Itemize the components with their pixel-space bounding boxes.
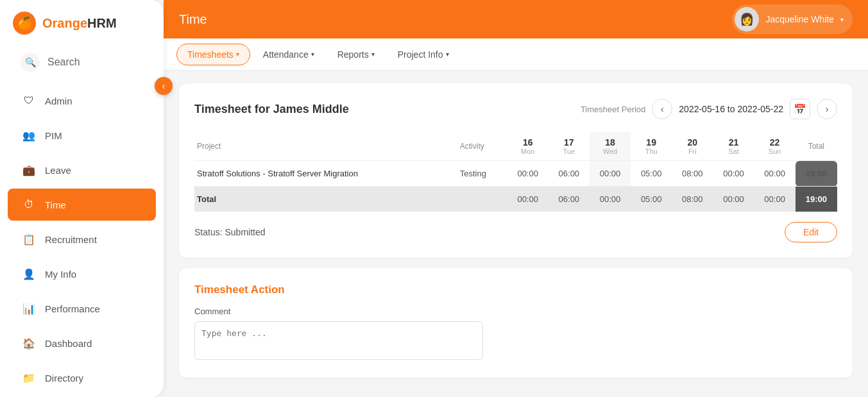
row-val-mon: 00:00 xyxy=(507,161,549,187)
search-icon: 🔍 xyxy=(21,53,40,72)
sidebar-item-performance-label: Performance xyxy=(45,303,100,314)
timesheet-card: Timesheet for James Middle Timesheet Per… xyxy=(179,83,853,258)
total-activity-empty xyxy=(457,187,507,212)
row-val-thu: 05:00 xyxy=(631,161,672,187)
logo-icon: 🍊 xyxy=(13,12,36,35)
topbar: Time 👩 Jacqueline White ▾ xyxy=(164,0,868,38)
performance-icon: 📊 xyxy=(21,300,37,317)
sidebar-item-time-label: Time xyxy=(45,199,66,210)
content-area: Timesheet for James Middle Timesheet Per… xyxy=(164,71,868,397)
sidebar-item-dashboard-label: Dashboard xyxy=(45,338,92,349)
col-header-activity: Activity xyxy=(457,132,507,161)
timesheet-title: Timesheet for James Middle xyxy=(194,103,349,116)
period-prev-button[interactable]: ‹ xyxy=(652,99,672,119)
status-bar: Status: Submitted Edit xyxy=(194,222,837,242)
sidebar-logo: 🍊 OrangeHRM xyxy=(0,0,164,41)
row-val-sat: 00:00 xyxy=(713,161,754,187)
tab-projectinfo-label: Project Info xyxy=(398,49,443,60)
total-val-fri: 08:00 xyxy=(672,187,713,212)
logo-text: OrangeHRM xyxy=(42,16,117,31)
row-activity: Testing xyxy=(457,161,507,187)
total-val-sat: 00:00 xyxy=(713,187,754,212)
sidebar-item-directory[interactable]: 📁 Directory xyxy=(8,362,156,394)
sidebar-item-leave[interactable]: 💼 Leave xyxy=(8,154,156,186)
tab-timesheets[interactable]: Timesheets ▾ xyxy=(176,44,250,65)
comment-input[interactable] xyxy=(194,321,483,360)
directory-icon: 📁 xyxy=(21,369,37,386)
col-header-18: 18 Wed xyxy=(590,132,631,161)
sidebar-item-admin-label: Admin xyxy=(45,96,72,106)
tab-timesheets-label: Timesheets xyxy=(187,49,234,60)
period-next-button[interactable]: › xyxy=(817,99,837,119)
user-name: Jacqueline White xyxy=(765,14,834,24)
leave-icon: 💼 xyxy=(21,162,37,178)
edit-button[interactable]: Edit xyxy=(785,222,837,242)
period-value: 2022-05-16 to 2022-05-22 xyxy=(679,104,783,114)
col-header-project: Project xyxy=(194,132,457,161)
sidebar-item-search[interactable]: 🔍 Search xyxy=(8,44,156,81)
sidebar: 🍊 OrangeHRM ‹ 🔍 Search 🛡 Admin 👥 PIM 💼 L… xyxy=(0,0,164,397)
myinfo-icon: 👤 xyxy=(21,266,37,282)
sidebar-item-admin[interactable]: 🛡 Admin xyxy=(8,85,156,117)
sidebar-collapse-button[interactable]: ‹ xyxy=(155,77,173,95)
tab-attendance-chevron-icon: ▾ xyxy=(311,51,314,58)
tab-reports-chevron-icon: ▾ xyxy=(371,51,375,58)
action-title: Timesheet Action xyxy=(194,283,837,296)
total-val-wed: 00:00 xyxy=(590,187,631,212)
avatar: 👩 xyxy=(735,7,759,31)
total-val-sun: 00:00 xyxy=(754,187,796,212)
admin-icon: 🛡 xyxy=(21,92,37,109)
col-header-17: 17 Tue xyxy=(549,132,590,161)
tab-attendance-label: Attendance xyxy=(263,49,309,60)
sidebar-item-time[interactable]: ⏱ Time xyxy=(8,189,156,221)
tab-reports-label: Reports xyxy=(337,49,369,60)
sidebar-item-directory-label: Directory xyxy=(45,373,83,384)
timesheet-table: Project Activity 16 Mon 17 Tue xyxy=(194,132,837,212)
row-val-sun: 00:00 xyxy=(754,161,796,187)
nav-tabs: Timesheets ▾ Attendance ▾ Reports ▾ Proj… xyxy=(164,38,868,71)
recruitment-icon: 📋 xyxy=(21,231,37,248)
sidebar-item-leave-label: Leave xyxy=(45,165,71,176)
user-menu-chevron-icon: ▾ xyxy=(840,16,844,23)
main-content: Time 👩 Jacqueline White ▾ Timesheets ▾ A… xyxy=(164,0,868,397)
sidebar-item-performance[interactable]: 📊 Performance xyxy=(8,292,156,325)
tab-timesheets-chevron-icon: ▾ xyxy=(236,51,239,58)
sidebar-item-recruitment[interactable]: 📋 Recruitment xyxy=(8,223,156,255)
col-header-total: Total xyxy=(796,132,837,161)
tab-projectinfo-chevron-icon: ▾ xyxy=(446,51,449,58)
sidebar-item-myinfo-label: My Info xyxy=(45,269,76,280)
col-header-20: 20 Fri xyxy=(672,132,713,161)
col-header-22: 22 Sun xyxy=(754,132,796,161)
sidebar-item-recruitment-label: Recruitment xyxy=(45,234,97,245)
pim-icon: 👥 xyxy=(21,127,37,144)
calendar-icon[interactable]: 📅 xyxy=(790,99,810,119)
total-val-thu: 05:00 xyxy=(631,187,672,212)
total-grand: 19:00 xyxy=(796,187,837,212)
row-val-tue: 06:00 xyxy=(549,161,590,187)
sidebar-item-dashboard[interactable]: 🏠 Dashboard xyxy=(8,327,156,359)
col-header-21: 21 Sat xyxy=(713,132,754,161)
row-val-fri: 08:00 xyxy=(672,161,713,187)
tab-projectinfo[interactable]: Project Info ▾ xyxy=(387,44,459,65)
dashboard-icon: 🏠 xyxy=(21,335,37,351)
col-header-19: 19 Thu xyxy=(631,132,672,161)
total-label: Total xyxy=(194,187,457,212)
status-text: Status: Submitted xyxy=(194,227,266,237)
period-label: Timesheet Period xyxy=(581,105,645,114)
row-project: Stratoff Solutions - Stratoff Server Mig… xyxy=(194,161,457,187)
tab-attendance[interactable]: Attendance ▾ xyxy=(253,44,325,65)
user-menu[interactable]: 👩 Jacqueline White ▾ xyxy=(732,4,853,34)
action-card: Timesheet Action Comment xyxy=(179,268,853,378)
page-title: Time xyxy=(179,12,207,27)
period-nav: Timesheet Period ‹ 2022-05-16 to 2022-05… xyxy=(581,99,837,119)
sidebar-item-myinfo[interactable]: 👤 My Info xyxy=(8,258,156,290)
sidebar-item-pim[interactable]: 👥 PIM xyxy=(8,119,156,151)
sidebar-item-search-label: Search xyxy=(47,56,80,68)
col-header-16: 16 Mon xyxy=(507,132,549,161)
sidebar-item-pim-label: PIM xyxy=(45,130,62,141)
table-row: Stratoff Solutions - Stratoff Server Mig… xyxy=(194,161,837,187)
total-val-mon: 00:00 xyxy=(507,187,549,212)
row-total: 19:00 xyxy=(796,161,837,187)
tab-reports[interactable]: Reports ▾ xyxy=(327,44,385,65)
total-val-tue: 06:00 xyxy=(549,187,590,212)
